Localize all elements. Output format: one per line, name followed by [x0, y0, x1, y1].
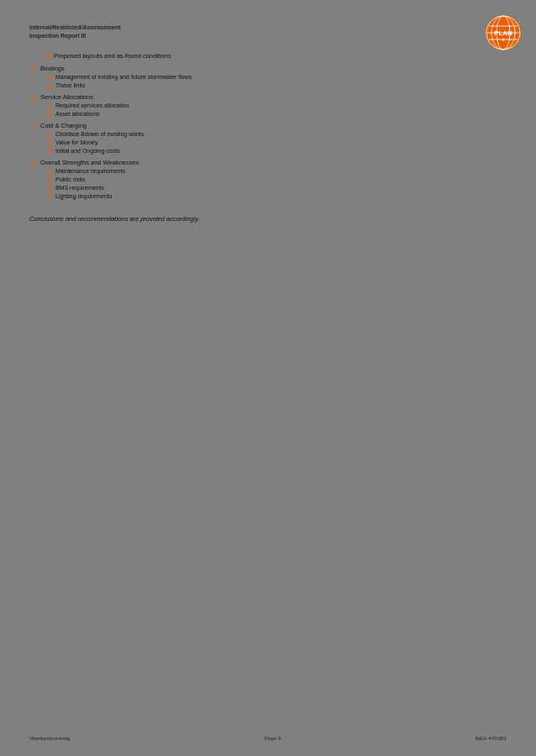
list-item: Value for Money	[46, 139, 507, 146]
list-item: Required services allocation	[46, 102, 507, 109]
list-item: Lighting requirements	[46, 193, 507, 200]
sub-bullet	[46, 178, 51, 183]
svg-text:PLAN: PLAN	[494, 29, 512, 37]
sub-bullet	[46, 133, 51, 138]
item-label: Lighting requirements	[55, 193, 112, 199]
list-item: These links	[46, 82, 507, 89]
sub-bullet	[46, 141, 51, 146]
section-header-bindings: Bindings	[29, 65, 507, 72]
list-item: Public risks	[46, 176, 507, 183]
list-item: Maintenance requirements	[46, 168, 507, 175]
footer-left: Vbanbanbincering	[29, 736, 70, 741]
header-line2: Inspection Report III	[29, 32, 121, 40]
item-label: Asset allocations	[55, 111, 100, 117]
section-service-allocations: Service AllocationsRequired services all…	[29, 93, 507, 118]
content-area: Proposed layouts and as-found conditions…	[29, 52, 507, 223]
page: PLAN it Internal/Restricted/Assessement …	[0, 0, 536, 756]
intro-item: Proposed layouts and as-found conditions	[45, 52, 507, 60]
sub-bullet	[46, 113, 51, 118]
list-item: Initial and Ongoing costs	[46, 148, 507, 155]
item-label: BMS requirements	[55, 185, 104, 191]
footer-center: Page 9	[265, 736, 281, 741]
sub-bullet	[46, 104, 51, 109]
section-bindings: BindingsManagement of existing and futur…	[29, 65, 507, 89]
section-header-cost-charging: Cost & Charging	[29, 122, 507, 129]
item-label: Value for Money	[55, 139, 97, 145]
sub-bullet	[46, 195, 51, 200]
sub-bullet	[46, 84, 51, 89]
section-header-overall-strengths: Overall Strengths and Weaknesses	[29, 159, 507, 166]
item-label: Required services allocation	[55, 102, 129, 108]
bullet-service-allocations	[29, 95, 35, 101]
section-label-cost-charging: Cost & Charging	[40, 122, 87, 129]
bullet-bindings	[29, 66, 35, 72]
logo: PLAN it	[486, 15, 521, 50]
footer: Vbanbanbincering Page 9 B/EA-447/981	[29, 736, 507, 741]
footer-right: B/EA-447/981	[476, 736, 507, 741]
header-line1: Internal/Restricted/Assessement	[29, 24, 121, 32]
section-header-service-allocations: Service Allocations	[29, 93, 507, 101]
list-item: Clickface Bdown of existing works	[46, 131, 507, 138]
item-label: Clickface Bdown of existing works	[55, 131, 144, 137]
item-label: Management of existing and future stormw…	[55, 74, 192, 80]
section-label-overall-strengths: Overall Strengths and Weaknesses	[40, 159, 139, 166]
sub-bullet	[46, 76, 51, 81]
sub-bullet	[46, 186, 51, 192]
section-cost-charging: Cost & ChargingClickface Bdown of existi…	[29, 122, 507, 155]
logo-circle: PLAN it	[486, 15, 521, 50]
item-label: Initial and Ongoing costs	[55, 148, 120, 154]
logo-svg: PLAN it	[486, 15, 521, 50]
bullet-cost-charging	[29, 123, 35, 129]
section-label-service-allocations: Service Allocations	[40, 93, 93, 101]
conclusions: Conclusions and recommendations are prov…	[29, 215, 507, 223]
bullet-overall-strengths	[29, 160, 35, 166]
item-label: These links	[55, 82, 85, 88]
sub-bullet	[46, 170, 51, 175]
sections-container: BindingsManagement of existing and futur…	[29, 65, 507, 200]
item-label: Maintenance requirements	[55, 168, 125, 174]
section-label-bindings: Bindings	[40, 65, 65, 72]
header: Internal/Restricted/Assessement Inspecti…	[29, 24, 121, 40]
list-item: Asset allocations	[46, 111, 507, 118]
list-item: BMS requirements	[46, 185, 507, 192]
sub-bullet	[46, 150, 51, 155]
bullet-intro	[45, 54, 50, 59]
intro-label: Proposed layouts and as-found conditions	[54, 52, 171, 60]
item-label: Public risks	[55, 176, 85, 182]
svg-text:it: it	[502, 37, 505, 42]
list-item: Management of existing and future stormw…	[46, 74, 507, 81]
section-overall-strengths: Overall Strengths and WeaknessesMaintena…	[29, 159, 507, 200]
